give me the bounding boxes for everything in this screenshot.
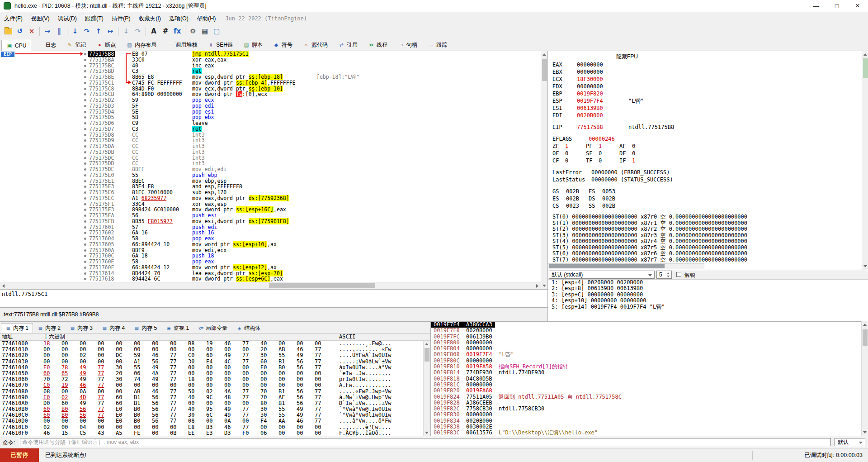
disasm-row[interactable]: 775175D45Epop esi xyxy=(0,109,541,115)
breakpoint-dot[interactable] xyxy=(84,197,86,200)
breakpoint-dot[interactable] xyxy=(84,255,86,257)
dump-row[interactable]: 774610E00200040000000000E8B3467700000000… xyxy=(0,424,430,430)
register-row[interactable]: ESI006139B0 xyxy=(548,105,860,112)
command-syntax-dropdown[interactable]: 默认 xyxy=(835,438,865,446)
breakpoint-dot[interactable] xyxy=(84,238,86,240)
register-row[interactable]: CS0023SS002B xyxy=(548,202,860,210)
register-row[interactable]: OF0SF0DF0 xyxy=(548,150,860,157)
disasm-row[interactable]: 775175DCCCint3 xyxy=(0,155,541,161)
disasm-row[interactable]: 775175D7C3ret xyxy=(0,126,541,132)
stack-row[interactable]: 0019F80000000000 xyxy=(431,340,868,346)
stack-row[interactable]: 0019F83000000000 xyxy=(431,412,868,418)
hide-fpu-button[interactable]: 隐藏FPU xyxy=(598,53,656,61)
breakpoint-dot[interactable] xyxy=(84,278,86,280)
step-over-button[interactable]: ↷ xyxy=(81,26,93,37)
breakpoint-dot[interactable] xyxy=(84,272,86,275)
argument-row[interactable]: 4: [esp+10] 00000000 00000000 xyxy=(548,298,868,304)
argument-count-spinner[interactable]: 5 xyxy=(656,271,672,279)
register-row[interactable]: GS002BFS0053 xyxy=(548,188,860,195)
dump-tab-监视 1[interactable]: ◉监视 1 xyxy=(161,323,193,333)
register-row[interactable]: EFLAGS00000246 xyxy=(548,135,860,143)
pause-button[interactable]: ‖ xyxy=(53,26,65,37)
register-row[interactable]: ST(3) 00000000000000000000 x87r3 空 0.000… xyxy=(548,233,860,239)
calling-convention-dropdown[interactable]: 默认 (stdcall) xyxy=(549,271,655,279)
register-row[interactable]: ST(1) 00000000000000000000 x87r1 空 0.000… xyxy=(548,220,860,227)
register-row[interactable]: ST(0) 00000000000000000000 x87r0 空 0.000… xyxy=(548,214,860,220)
breakpoint-dot[interactable] xyxy=(84,116,86,119)
tab-断点[interactable]: ●断点 xyxy=(91,39,121,51)
argument-row[interactable]: 3: [esp+C] 00000000 00000000 xyxy=(548,292,868,298)
breakpoint-dot[interactable] xyxy=(84,53,86,55)
memory-dump-panel[interactable]: ▦内存 1▦内存 2▦内存 3▦内存 4▦内存 5◉监视 1x=局部变量◈结构体… xyxy=(0,321,430,436)
functions-button[interactable]: fx xyxy=(171,26,183,37)
disasm-row[interactable]: 775175E383E4 F8and esp,FFFFFFF8 xyxy=(0,184,541,190)
dump-tab-内存 5[interactable]: ▦内存 5 xyxy=(129,323,161,333)
breakpoint-dot[interactable] xyxy=(84,186,86,188)
disasm-row[interactable]: 775175ECA1 68235977mov eax,dword ptr ds:… xyxy=(0,195,541,201)
register-row[interactable]: EDI0020B000 xyxy=(548,112,860,119)
breakpoint-dot[interactable] xyxy=(84,105,86,107)
scroll-up-arrow[interactable] xyxy=(863,324,867,326)
dump-row[interactable]: 774610300000000000A1567730E44C7760B15677… xyxy=(0,359,430,365)
argument-row[interactable]: 2: [esp+8] 006139B0 006139B0 xyxy=(548,286,868,291)
disasm-row[interactable]: 7751760157push edi xyxy=(0,224,541,230)
register-row[interactable]: EAX00000000 xyxy=(548,61,860,68)
breakpoint-dot[interactable] xyxy=(84,232,86,234)
disasm-row[interactable]: 775175DE8BFFmov edi,edi xyxy=(0,167,541,172)
disasm-row[interactable]: 7751760C6A 18push 18 xyxy=(0,253,541,259)
trace-into-button[interactable]: ↓ xyxy=(120,26,132,37)
menu-item[interactable]: 跟踪(T) xyxy=(81,12,108,25)
command-input[interactable] xyxy=(20,438,831,446)
menu-item[interactable]: 插件(P) xyxy=(108,12,135,25)
scroll-down-arrow[interactable] xyxy=(542,285,546,287)
stack-row[interactable]: 0019F8200019FA68 xyxy=(431,388,868,394)
breakpoint-dot[interactable] xyxy=(84,59,86,61)
tab-句柄[interactable]: ⊃句柄 xyxy=(393,39,422,51)
dump-tab-内存 3[interactable]: ▦内存 3 xyxy=(65,323,97,333)
tab-日志[interactable]: ≡日志 xyxy=(32,39,61,51)
menu-item[interactable]: 视图(V) xyxy=(27,12,54,25)
register-row[interactable]: EDX00000000 xyxy=(548,83,860,90)
breakpoint-dot[interactable] xyxy=(84,162,86,165)
register-row[interactable]: LastError00000000 (ERROR_SUCCESS) xyxy=(548,169,860,176)
run-button[interactable]: → xyxy=(42,26,53,37)
debug-window-button[interactable]: ▢ xyxy=(211,26,222,37)
breakpoint-dot[interactable] xyxy=(84,209,86,211)
tab-引用[interactable]: ⇄引用 xyxy=(333,39,363,51)
argument-row[interactable]: 5: [esp+14] 0019F7F4 0019F7F4 "L昏" xyxy=(548,304,868,310)
breakpoint-dot[interactable] xyxy=(84,70,86,72)
scrollbar-thumb[interactable] xyxy=(863,58,868,78)
dump-tab-内存 2[interactable]: ▦内存 2 xyxy=(33,323,65,333)
disasm-row[interactable]: 775175E681EC 70010000sub esp,170 xyxy=(0,190,541,195)
dump-row[interactable]: 7746102000000200DC594677C060497730554977… xyxy=(0,352,430,358)
scroll-up-arrow[interactable] xyxy=(425,343,429,345)
breakpoint-dot[interactable] xyxy=(84,168,86,171)
stack-row[interactable]: 0019F7F4A386CCA3 xyxy=(431,322,868,328)
dump-row[interactable]: 77461070C0194677000000000000000000000000… xyxy=(0,382,430,388)
menu-item[interactable]: 选项(O) xyxy=(165,12,193,25)
stack-row[interactable]: 0019F828A386CEEB xyxy=(431,400,868,406)
breakpoint-dot[interactable] xyxy=(84,191,86,194)
register-row[interactable]: ST(5) 00000000000000000000 x87r5 空 0.000… xyxy=(548,245,860,251)
dump-row[interactable]: 77461040E07849773055497700000000E0B05677… xyxy=(0,365,430,371)
register-row[interactable]: ST(7) 00000000000000000000 x87r7 空 0.000… xyxy=(548,257,860,263)
dump-tab-局部变量[interactable]: x=局部变量 xyxy=(193,323,232,333)
register-row[interactable]: CF0TF0IF1 xyxy=(548,157,860,164)
disassembly-panel[interactable]: 775175B8EB 07jmp ntdll.775175C1775175BA3… xyxy=(0,51,541,289)
register-row[interactable]: EIP775175B8ntdll.775175B8 xyxy=(548,124,860,131)
breakpoint-dot[interactable] xyxy=(84,214,86,217)
register-row[interactable]: ST(4) 00000000000000000000 x87r4 空 0.000… xyxy=(548,238,860,245)
breakpoint-dot[interactable] xyxy=(84,128,86,130)
calculator-button[interactable]: ▦ xyxy=(199,26,211,37)
dump-row[interactable]: 7746108008000A0000AB467750024A7770B15677… xyxy=(0,389,430,395)
disasm-row[interactable]: 7751760F66:894424 12mov word ptr ss:[esp… xyxy=(0,265,541,271)
disasm-row[interactable]: 775175E055push ebp xyxy=(0,172,541,178)
scroll-down-arrow[interactable] xyxy=(425,432,429,434)
disasm-row[interactable]: 775175D6C9leave xyxy=(0,120,541,126)
dump-row[interactable]: 774610F04615C543A5FE000BEEE3D3F006000000… xyxy=(0,430,430,436)
dump-vscrollbar[interactable] xyxy=(423,341,430,436)
breakpoint-dot[interactable] xyxy=(84,226,86,229)
scroll-left-arrow[interactable] xyxy=(2,284,5,288)
disasm-row[interactable]: 775175E18BECmov ebp,esp xyxy=(0,178,541,184)
tab-笔记[interactable]: ✎笔记 xyxy=(61,39,91,51)
